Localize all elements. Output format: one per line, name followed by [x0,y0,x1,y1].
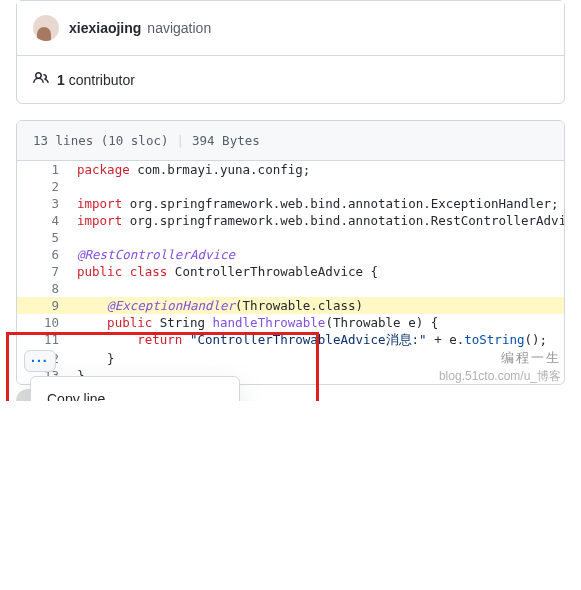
divider: | [176,133,184,148]
code-content: import org.springframework.web.bind.anno… [77,195,564,212]
commit-box: xiexiaojing navigation 1 contributor [16,0,565,104]
author-link[interactable]: xiexiaojing [69,20,141,36]
line-number[interactable]: 10 [17,314,77,331]
code-line: 9 @ExceptionHandler(Throwable.class) [17,297,564,314]
line-number[interactable]: 11 [17,331,77,350]
line-number[interactable]: 5 [17,229,77,246]
code-content [77,229,564,246]
line-actions-button[interactable]: ··· [24,350,56,372]
contributors-row: 1 contributor [17,55,564,103]
line-number[interactable]: 2 [17,178,77,195]
file-box: 13 lines (10 sloc) | 394 Bytes 1package … [16,120,565,385]
code-content: import org.springframework.web.bind.anno… [77,212,564,229]
code-line: 3import org.springframework.web.bind.ann… [17,195,564,212]
people-icon [33,70,49,89]
code-content [77,280,564,297]
line-number[interactable]: 9 [17,297,77,314]
line-number[interactable]: 3 [17,195,77,212]
code-line: 11 return "ControllerThrowableAdvice消息:"… [17,331,564,350]
contributor-label: contributor [69,72,135,88]
avatar[interactable] [33,15,59,41]
contributor-count: 1 [57,72,65,88]
code-content: @RestControllerAdvice [77,246,564,263]
menu-copy-line[interactable]: Copy line [31,383,239,401]
code-line: 12 } [17,350,564,367]
code-content: @ExceptionHandler(Throwable.class) [77,297,564,314]
commit-row: xiexiaojing navigation [17,1,564,55]
code-line: 10 public String handleThrowable(Throwab… [17,314,564,331]
watermark-url: blog.51cto.com/u_博客 [439,368,561,385]
code-table: 1package com.brmayi.yuna.config;2 3impor… [17,161,564,384]
code-line: 4import org.springframework.web.bind.ann… [17,212,564,229]
code-line: 1package com.brmayi.yuna.config; [17,161,564,178]
code-line: 2 [17,178,564,195]
code-content: public String handleThrowable(Throwable … [77,314,564,331]
code-content: public class ControllerThrowableAdvice { [77,263,564,280]
commit-message[interactable]: navigation [147,20,211,36]
context-menu: Copy line Copy permalink View git blame … [30,376,240,401]
code-line: 5 [17,229,564,246]
line-number[interactable]: 7 [17,263,77,280]
code-content: } [77,350,564,367]
code-content: package com.brmayi.yuna.config; [77,161,564,178]
code-line: 6@RestControllerAdvice [17,246,564,263]
line-number[interactable]: 6 [17,246,77,263]
code-content: return "ControllerThrowableAdvice消息:" + … [77,331,564,350]
watermark-text: 编程一生 [501,349,561,367]
code-content [77,178,564,195]
line-number[interactable]: 1 [17,161,77,178]
file-size: 394 Bytes [192,133,260,148]
file-lines: 13 lines (10 sloc) [33,133,168,148]
code-line: 7public class ControllerThrowableAdvice … [17,263,564,280]
line-number[interactable]: 4 [17,212,77,229]
file-header: 13 lines (10 sloc) | 394 Bytes [17,121,564,161]
line-number[interactable]: 8 [17,280,77,297]
code-line: 8 [17,280,564,297]
